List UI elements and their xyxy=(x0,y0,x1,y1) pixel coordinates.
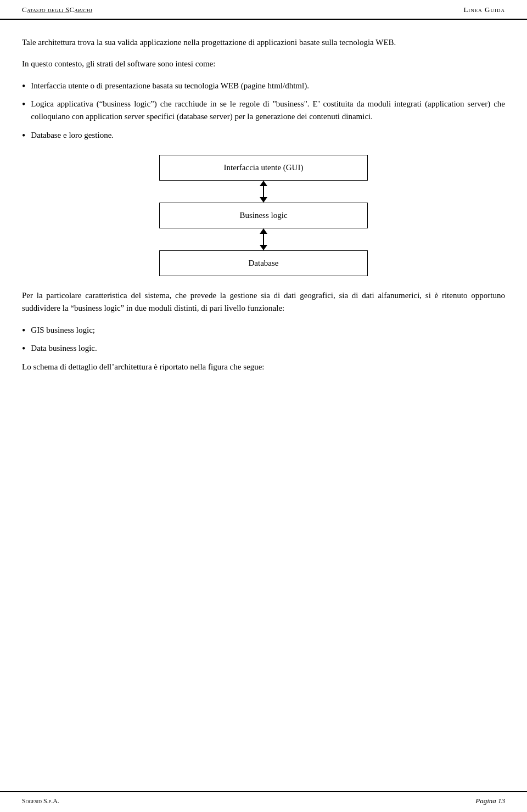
arrow-line-1 xyxy=(263,186,264,197)
arrow-line-2 xyxy=(263,234,264,245)
closing-paragraph: Lo schema di dettaglio dell’architettura… xyxy=(22,361,505,373)
list-item-1: • Interfaccia utente o di presentazione … xyxy=(22,80,505,93)
page-footer: Sogesid S.p.A. Pagina 13 xyxy=(0,791,527,812)
architecture-diagram: Interfaccia utente (GUI) Business logic xyxy=(148,155,379,276)
list-item-2: • Logica applicativa (“business logic”) … xyxy=(22,98,505,124)
diagram-box-database: Database xyxy=(159,250,368,276)
bullet-dot-sub-1: • xyxy=(22,325,25,337)
arrow-up-1 xyxy=(260,181,267,186)
diagram-box-business-label: Business logic xyxy=(239,211,287,220)
footer-company: Sogesid S.p.A. xyxy=(22,797,59,805)
bullet-text-2: Logica applicativa (“business logic”) ch… xyxy=(31,98,505,124)
diagram-box-gui-label: Interfaccia utente (GUI) xyxy=(224,163,304,172)
context-intro-paragraph: In questo contesto, gli strati del softw… xyxy=(22,58,505,70)
diagram-box-business: Business logic xyxy=(159,203,368,228)
page-container: Catasto degli SCarichi Linea Guida Tale … xyxy=(0,0,527,812)
page-header: Catasto degli SCarichi Linea Guida xyxy=(0,0,527,20)
bullet-dot-2: • xyxy=(22,99,25,111)
main-content: Tale architettura trova la sua valida ap… xyxy=(0,20,527,426)
footer-company-label: Sogesid S.p.A. xyxy=(22,797,59,805)
footer-page-number: Pagina 13 xyxy=(475,797,505,805)
bullet-text-1: Interfaccia utente o di presentazione ba… xyxy=(31,80,505,92)
diagram-box-database-label: Database xyxy=(249,259,279,267)
list-item-3: • Database e loro gestione. xyxy=(22,129,505,142)
list-item-sub-2: • Data business logic. xyxy=(22,342,505,355)
arrow-between-gui-business xyxy=(260,181,267,203)
list-item-sub-1: • GIS business logic; xyxy=(22,324,505,337)
arrow-down-1 xyxy=(260,197,267,203)
bullet-dot-sub-2: • xyxy=(22,343,25,355)
double-arrow-1 xyxy=(260,181,267,203)
bullet-text-3: Database e loro gestione. xyxy=(31,129,505,142)
header-left: Catasto degli SCarichi xyxy=(22,5,92,14)
arrow-down-2 xyxy=(260,245,267,250)
bullet-text-sub-1: GIS business logic; xyxy=(31,324,505,337)
diagram-box-gui: Interfaccia utente (GUI) xyxy=(159,155,368,181)
header-right: Linea Guida xyxy=(463,5,505,14)
double-arrow-2 xyxy=(260,228,267,250)
bullet-dot-1: • xyxy=(22,81,25,93)
header-title-right: Linea Guida xyxy=(463,5,505,14)
bullet-list-sub: • GIS business logic; • Data business lo… xyxy=(22,324,505,355)
bullet-text-sub-2: Data business logic. xyxy=(31,342,505,355)
header-title-left: Catasto degli SCarichi xyxy=(22,5,92,14)
intro-paragraph: Tale architettura trova la sua valida ap… xyxy=(22,36,505,49)
post-diagram-paragraph: Per la particolare caratteristica del si… xyxy=(22,289,505,315)
bullet-list-main: • Interfaccia utente o di presentazione … xyxy=(22,80,505,142)
bullet-dot-3: • xyxy=(22,130,25,142)
arrow-between-business-db xyxy=(260,228,267,250)
arrow-up-2 xyxy=(260,228,267,234)
